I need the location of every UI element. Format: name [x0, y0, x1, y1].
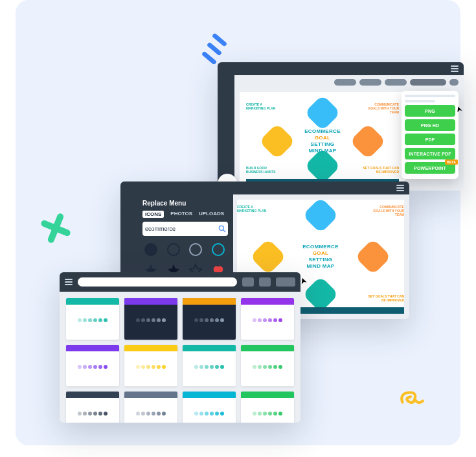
- template-card[interactable]: [241, 392, 294, 423]
- icon-result-circle-outline[interactable]: [165, 241, 182, 258]
- hamburger-icon[interactable]: [396, 185, 404, 191]
- hamburger-icon[interactable]: [451, 65, 459, 72]
- window-titlebar: [218, 62, 464, 75]
- editor-toolbar: [334, 79, 459, 86]
- mindmap-label-bottom-left: BUILD GOOD BUSINESS HABITS: [246, 166, 282, 174]
- svg-point-4: [190, 244, 201, 255]
- mindmap-label-top-right: COMMUNICATE GOALS WITH YOUR TEAM: [363, 102, 399, 114]
- mindmap-label-bottom-right: SET GOALS THAT CAN BE IMPROVED: [368, 294, 404, 302]
- template-card[interactable]: [183, 345, 236, 386]
- mindmap-label-top-left: CREATE A MARKETING PLAN: [237, 205, 273, 213]
- template-card[interactable]: [124, 298, 177, 340]
- template-card[interactable]: [124, 392, 177, 423]
- toolbar-pill[interactable]: [449, 79, 459, 86]
- decorative-plus: [36, 208, 76, 248]
- editor-download-window: ECOMMERCE GOAL SETTING MIND MAP CREATE A…: [218, 62, 464, 191]
- mindmap-label-top-right: COMMUNICATE GOALS WITH YOUR TEAM: [368, 205, 404, 217]
- mindmap-label-top-left: CREATE A MARKETING PLAN: [246, 102, 282, 110]
- icon-result-circle-solid[interactable]: [142, 241, 159, 258]
- hamburger-icon[interactable]: [65, 279, 73, 285]
- decorative-dashes: [203, 38, 232, 61]
- download-option-png-hd[interactable]: PNG HD: [405, 119, 455, 131]
- toolbar-button[interactable]: [242, 277, 254, 287]
- illustration-stage: ECOMMERCE GOAL SETTING MIND MAP CREATE A…: [16, 0, 460, 445]
- mindmap-title: ECOMMERCE GOAL SETTING MIND MAP: [304, 128, 341, 154]
- menu-placeholder-line: [405, 95, 455, 97]
- svg-line-1: [223, 230, 225, 232]
- petal-top: [302, 197, 339, 234]
- replace-tabs: ICONS PHOTOS UPLOADS: [142, 211, 228, 218]
- decorative-squiggle: [398, 382, 425, 409]
- template-grid: [60, 292, 300, 423]
- svg-point-5: [212, 244, 224, 255]
- template-card[interactable]: [183, 392, 236, 423]
- petal-top: [304, 95, 341, 132]
- search-input[interactable]: [145, 226, 218, 232]
- petal-left: [259, 123, 296, 160]
- replace-panel-title: Replace Menu: [142, 200, 228, 207]
- tab-uploads[interactable]: UPLOADS: [199, 211, 224, 218]
- mindmap-label-bottom-right: SET GOALS THAT CAN BE IMPROVED: [363, 166, 399, 174]
- icon-search[interactable]: [142, 222, 228, 236]
- download-option-pdf[interactable]: PDF: [405, 134, 455, 145]
- icon-result-circle-outline-cyan[interactable]: [210, 241, 227, 258]
- toolbar-pill[interactable]: [385, 79, 407, 86]
- download-option-powerpoint[interactable]: POWERPOINT: [405, 162, 455, 174]
- download-button[interactable]: [410, 79, 446, 86]
- svg-point-3: [168, 244, 179, 255]
- template-card[interactable]: [183, 298, 236, 340]
- download-option-interactive-pdf[interactable]: INTERACTIVE PDF: [405, 148, 455, 159]
- window-titlebar: [60, 272, 300, 292]
- template-card[interactable]: [124, 345, 177, 386]
- window-titlebar: [120, 182, 409, 194]
- template-card[interactable]: [66, 345, 119, 386]
- search-icon[interactable]: [218, 224, 227, 234]
- icon-result-circle-outline-light[interactable]: [187, 241, 204, 258]
- download-option-png[interactable]: PNG: [405, 105, 455, 117]
- tab-icons[interactable]: ICONS: [142, 211, 164, 218]
- menu-placeholder-line: [405, 100, 435, 102]
- template-card[interactable]: [241, 298, 294, 340]
- template-card[interactable]: [241, 345, 294, 386]
- gallery-search-input[interactable]: [78, 277, 237, 287]
- toolbar-button[interactable]: [259, 277, 271, 287]
- svg-point-2: [144, 243, 157, 256]
- petal-right: [355, 239, 392, 275]
- template-card[interactable]: [66, 298, 119, 340]
- svg-point-0: [219, 226, 223, 230]
- toolbar-pill[interactable]: [359, 79, 381, 86]
- editor-canvas[interactable]: ECOMMERCE GOAL SETTING MIND MAP CREATE A…: [240, 92, 405, 191]
- tab-photos[interactable]: PHOTOS: [170, 211, 192, 218]
- petal-right: [350, 123, 387, 160]
- template-card[interactable]: [66, 392, 119, 423]
- download-menu: PNG PNG HD PDF INTERACTIVE PDF POWERPOIN…: [402, 91, 459, 179]
- template-gallery-window: [60, 272, 300, 423]
- petal-left: [250, 239, 287, 275]
- mindmap-title: ECOMMERCE GOAL SETTING MIND MAP: [302, 244, 339, 270]
- mindmap-design: ECOMMERCE GOAL SETTING MIND MAP CREATE A…: [246, 97, 399, 185]
- toolbar-button[interactable]: [276, 277, 295, 287]
- toolbar-pill[interactable]: [334, 79, 356, 86]
